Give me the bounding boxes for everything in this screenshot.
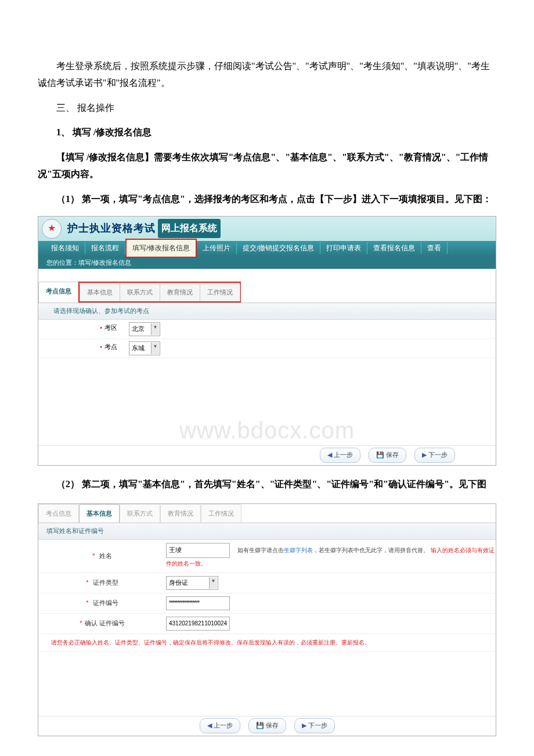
row-name: * 姓名 王堎 如有生僻字请点击生僻字列表，若生僻字列表中也无此字，请用拼音代替… [38,540,496,573]
next-button-2[interactable]: ▶下一步 [294,718,335,733]
ss1-header-bar: ★ 护士执业资格考试 网上报名系统 [38,217,496,241]
idno-input[interactable]: ****************** [166,596,230,610]
label-kaodian: 考点 [104,343,117,350]
arrow-left-icon: ◀ [207,720,212,732]
save-icon: 💾 [376,449,384,461]
required-star: * [92,552,95,559]
required-star: * [80,620,82,627]
ss2-subheading: 填写姓名和证件编号 [38,523,496,540]
label-idno: 证件编号 [93,599,118,606]
paragraph-step-2: （2） 第二项，填写"基本信息"，首先填写"姓名"、"证件类型"、"证件编号"和… [38,476,496,493]
nav-item-upload-photo[interactable]: 上传照片 [197,242,237,254]
breadcrumb: 您的位置：填写/修改报名信息 [38,256,496,269]
select-kaoqu[interactable]: 北京▼ [129,322,160,336]
screenshot-1: ★ 护士执业资格考试 网上报名系统 报名须知 报名流程 填写/修改报名信息 上传… [38,216,496,466]
select-kaodian[interactable]: 东城▼ [129,341,160,355]
idno-confirm-input[interactable]: 431202198211010024 [166,617,230,631]
arrow-right-icon: ▶ [302,720,306,732]
ss2-footer: ◀上一步 💾保存 ▶下一步 [38,716,496,736]
tab-gongzuo[interactable]: 工作情况 [200,283,240,302]
heading-item-1: 1、 填写 /修改报名信息 [38,124,496,141]
tab-jiaoyu[interactable]: 教育情况 [160,283,200,302]
ss1-body-space: www.bdocx.com [38,358,496,445]
tab2-lianxi[interactable]: 联系方式 [120,504,160,523]
arrow-left-icon: ◀ [327,449,332,461]
chevron-down-icon: ▼ [151,323,159,335]
tab-lianxi[interactable]: 联系方式 [120,283,160,302]
heading-section-3: 三、 报名操作 [38,100,496,117]
nav-item-edit-info[interactable]: 填写/修改报名信息 [125,239,197,258]
save-icon: 💾 [256,720,264,732]
nav-item-view[interactable]: 查看报名信息 [367,242,421,254]
required-dot: • [100,324,102,331]
tab2-kaodian[interactable]: 考点信息 [38,504,79,523]
row-kaoqu: •考区 北京▼ [38,320,496,339]
ss1-nav-bar: 报名须知 报名流程 填写/修改报名信息 上传照片 提交/撤销提交报名信息 打印申… [38,241,496,256]
tabs-redbox: 基本信息 联系方式 教育情况 工作情况 [78,282,241,303]
ss2-tabs: 考点信息 基本信息 联系方式 教育情况 工作情况 [38,504,496,524]
chevron-down-icon: ▼ [151,343,159,354]
tab-kaodian[interactable]: 考点信息 [38,282,79,303]
row-idno-confirm: *确认 证件编号 431202198211010024 [38,614,496,634]
select-idtype[interactable]: 身份证▼ [166,576,218,590]
system-title-sub: 网上报名系统 [158,219,221,238]
paragraph-intro: 考生登录系统后，按照系统提示步骤，仔细阅读"考试公告"、"考试声明"、"考生须知… [38,58,496,92]
label-idtype: 证件类型 [93,579,118,586]
star-icon: ★ [48,220,56,237]
watermark-text: www.bdocx.com [38,409,496,451]
prev-button-2[interactable]: ◀上一步 [200,718,240,733]
nav-item-print[interactable]: 打印申请表 [320,242,367,254]
label-kaoqu: 考区 [104,324,117,331]
save-button-2[interactable]: 💾保存 [248,718,286,733]
tab2-jiaoyu[interactable]: 教育情况 [160,504,201,523]
ss1-footer: ◀上一步 💾保存 ▶下一步 [38,445,496,465]
system-title-main: 护士执业资格考试 [67,219,156,237]
nav-item-submit[interactable]: 提交/撤销提交报名信息 [237,242,320,254]
ss2-body-space [38,652,496,716]
ss1-subheading: 请选择现场确认、参加考试的考点 [38,303,496,320]
arrow-right-icon: ▶ [422,449,427,461]
label-name: 姓名 [99,552,112,559]
row-idno: * 证件编号 ****************** [38,593,496,614]
tab2-jiben[interactable]: 基本信息 [79,504,120,523]
tab-jiben[interactable]: 基本信息 [80,283,120,302]
tab2-gongzuo[interactable]: 工作情况 [201,504,241,523]
prev-button[interactable]: ◀上一步 [320,448,360,463]
required-star: * [86,579,88,586]
nav-item-notice[interactable]: 报名须知 [38,242,85,254]
confirm-warning: 请您务必正确输入姓名、证件类型、证件编号，确定保存后将不得修改。保存后发现输入有… [38,634,496,652]
rare-char-link[interactable]: 生僻字列表 [284,547,313,553]
logo-badge: ★ [42,219,62,239]
next-button[interactable]: ▶下一步 [414,448,455,463]
paragraph-fill-desc: 【填写 /修改报名信息】需要考生依次填写"考点信息"、"基本信息"、"联系方式"… [38,149,496,183]
required-dot: • [100,343,102,350]
label-idno-confirm: 确认 证件编号 [85,620,125,627]
paragraph-step-1: （1） 第一项，填写"考点信息"，选择报考的考区和考点，点击【下一步】进入下一项… [38,191,496,208]
nav-item-more[interactable]: 查看 [421,242,448,254]
ss1-tabs: 考点信息 基本信息 联系方式 教育情况 工作情况 [38,282,496,304]
screenshot-2: 考点信息 基本信息 联系方式 教育情况 工作情况 填写姓名和证件编号 * 姓名 … [38,503,496,736]
chevron-down-icon: ▼ [209,577,217,589]
required-star: * [86,599,88,606]
row-idtype: * 证件类型 身份证▼ [38,573,496,593]
name-input[interactable]: 王堎 [166,543,230,558]
save-button[interactable]: 💾保存 [369,448,406,463]
row-kaodian: •考点 东城▼ [38,339,496,358]
nav-item-process[interactable]: 报名流程 [85,242,125,254]
